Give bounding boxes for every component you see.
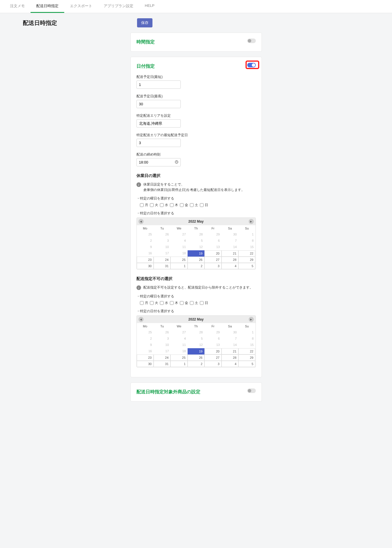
- time-section-card: 時間指定: [130, 33, 262, 52]
- weekday-checkbox-item[interactable]: 水: [160, 203, 168, 207]
- weekday-checkbox-item[interactable]: 火: [150, 203, 158, 207]
- weekday-checkbox-item[interactable]: 金: [180, 301, 188, 305]
- weekday-checkbox[interactable]: [170, 203, 174, 207]
- calendar-cell[interactable]: 21: [222, 250, 238, 257]
- calendar-cell[interactable]: 25: [170, 257, 187, 263]
- calendar-cell[interactable]: 2: [188, 263, 204, 269]
- calendar-cell[interactable]: 20: [204, 250, 221, 257]
- nav-tab[interactable]: HELP: [139, 0, 160, 13]
- calendar-cell: 11: [170, 244, 187, 250]
- calendar-cell[interactable]: 4: [222, 361, 238, 367]
- calendar-cell[interactable]: 26: [188, 257, 204, 263]
- calendar-cell: 30: [222, 329, 238, 336]
- weekday-checkbox-item[interactable]: 土: [190, 203, 198, 207]
- nav-tab[interactable]: アプリプラン設定: [98, 0, 139, 13]
- calendar-cell[interactable]: 3: [204, 263, 221, 269]
- weekday-label: 月: [145, 203, 148, 207]
- calendar-cell[interactable]: 27: [204, 257, 221, 263]
- calendar-next-button[interactable]: ▶: [249, 219, 254, 224]
- weekday-checkbox-item[interactable]: 日: [200, 203, 208, 207]
- weekday-checkbox-item[interactable]: 土: [190, 301, 198, 305]
- weekday-checkbox-item[interactable]: 日: [200, 301, 208, 305]
- area-shortest-input[interactable]: [136, 139, 181, 147]
- weekday-checkbox-item[interactable]: 月: [140, 203, 148, 207]
- calendar-cell[interactable]: 5: [238, 263, 255, 269]
- weekday-checkbox-item[interactable]: 金: [180, 203, 188, 207]
- weekday-checkbox[interactable]: [150, 301, 154, 305]
- area-input[interactable]: [136, 119, 181, 128]
- calendar-cell[interactable]: 28: [222, 257, 238, 263]
- weekday-label: 木: [175, 301, 178, 305]
- holiday-info-text: 休業日設定をすることで、 倉庫側の休業日(出荷停止日)を考慮した最短配送日を表示…: [143, 182, 245, 193]
- longest-date-input[interactable]: [136, 100, 181, 108]
- calendar-cell[interactable]: 24: [154, 354, 170, 361]
- calendar-cell[interactable]: 26: [188, 354, 204, 361]
- weekday-label: 土: [195, 301, 198, 305]
- calendar-cell[interactable]: 31: [154, 361, 170, 367]
- time-toggle[interactable]: [247, 39, 256, 43]
- calendar-next-button[interactable]: ▶: [249, 317, 254, 322]
- calendar-cell[interactable]: 30: [137, 263, 154, 269]
- calendar-cell[interactable]: 24: [154, 257, 170, 263]
- shortest-date-input[interactable]: [136, 80, 181, 89]
- calendar-cell[interactable]: 28: [222, 354, 238, 361]
- calendar-cell[interactable]: 4: [222, 263, 238, 269]
- weekday-checkbox-item[interactable]: 火: [150, 301, 158, 305]
- calendar-cell[interactable]: 3: [204, 361, 221, 367]
- weekday-checkbox[interactable]: [160, 301, 164, 305]
- weekday-checkbox-item[interactable]: 木: [170, 301, 178, 305]
- calendar-cell[interactable]: 1: [170, 263, 187, 269]
- weekday-checkbox[interactable]: [150, 203, 154, 207]
- calendar-prev-button[interactable]: ◀: [138, 219, 144, 224]
- weekday-checkbox-item[interactable]: 水: [160, 301, 168, 305]
- weekday-checkbox[interactable]: [160, 203, 164, 207]
- calendar-cell: 3: [154, 238, 170, 244]
- calendar-cell: 9: [137, 244, 154, 250]
- calendar-cell[interactable]: 5: [238, 361, 255, 367]
- weekday-checkbox[interactable]: [180, 301, 184, 305]
- calendar-dow: Su: [238, 323, 255, 329]
- save-button[interactable]: 保存: [137, 18, 152, 27]
- calendar-cell[interactable]: 2: [188, 361, 204, 367]
- calendar-cell[interactable]: 22: [238, 348, 255, 354]
- calendar-cell[interactable]: 27: [204, 354, 221, 361]
- date-toggle[interactable]: [247, 63, 256, 67]
- unavailable-date-label: ・特定の日付を選択する: [136, 309, 256, 314]
- calendar-title: 2022 May: [188, 219, 204, 223]
- calendar-cell: 12: [188, 342, 204, 348]
- weekday-label: 日: [205, 203, 208, 207]
- calendar-cell[interactable]: 1: [170, 361, 187, 367]
- calendar-cell[interactable]: 20: [204, 348, 221, 354]
- calendar-cell[interactable]: 30: [137, 361, 154, 367]
- weekday-checkbox-item[interactable]: 月: [140, 301, 148, 305]
- calendar-cell[interactable]: 19: [188, 348, 204, 354]
- weekday-checkbox[interactable]: [190, 203, 194, 207]
- nav-tab[interactable]: 配送日時指定: [31, 0, 64, 13]
- unavailable-info-text: 配送指定不可を設定すると、配送指定日から除外することができます。: [143, 285, 253, 290]
- weekday-checkbox[interactable]: [180, 203, 184, 207]
- weekday-checkbox[interactable]: [140, 301, 144, 305]
- calendar-cell[interactable]: 25: [170, 354, 187, 361]
- calendar-cell[interactable]: 22: [238, 250, 255, 257]
- weekday-checkbox[interactable]: [190, 301, 194, 305]
- excluded-toggle[interactable]: [247, 388, 256, 393]
- calendar-cell: 10: [154, 342, 170, 348]
- weekday-checkbox[interactable]: [200, 301, 204, 305]
- calendar-cell: 26: [154, 329, 170, 336]
- weekday-checkbox[interactable]: [200, 203, 204, 207]
- calendar-cell[interactable]: 19: [188, 250, 204, 257]
- calendar-cell[interactable]: 21: [222, 348, 238, 354]
- weekday-checkbox[interactable]: [140, 203, 144, 207]
- cutoff-time-input[interactable]: [136, 158, 181, 166]
- calendar-cell[interactable]: 31: [154, 263, 170, 269]
- weekday-checkbox[interactable]: [170, 301, 174, 305]
- calendar-cell[interactable]: 23: [137, 354, 154, 361]
- nav-tab[interactable]: 注文メモ: [4, 0, 31, 13]
- calendar-prev-button[interactable]: ◀: [138, 317, 144, 322]
- weekday-checkbox-item[interactable]: 木: [170, 203, 178, 207]
- nav-tab[interactable]: エクスポート: [64, 0, 98, 13]
- calendar-cell[interactable]: 23: [137, 257, 154, 263]
- calendar-cell[interactable]: 29: [238, 354, 255, 361]
- calendar-cell[interactable]: 29: [238, 257, 255, 263]
- calendar-cell: 16: [137, 250, 154, 257]
